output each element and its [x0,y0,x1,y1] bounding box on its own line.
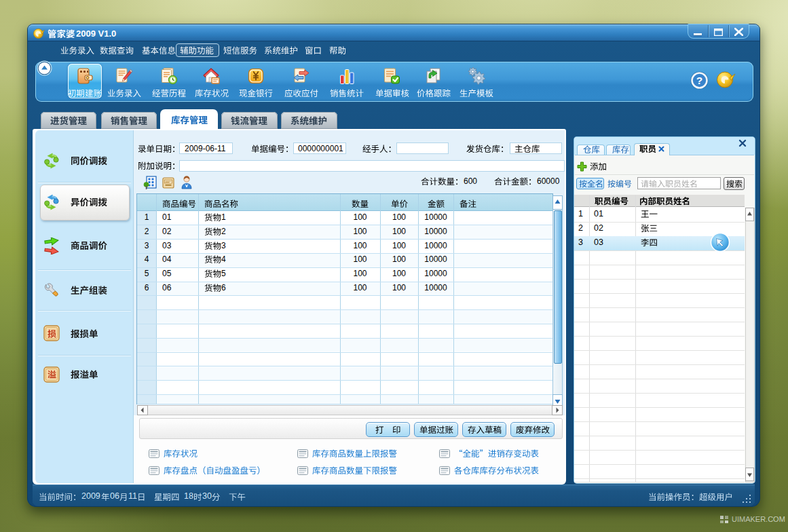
svg-text:?: ? [696,75,702,86]
